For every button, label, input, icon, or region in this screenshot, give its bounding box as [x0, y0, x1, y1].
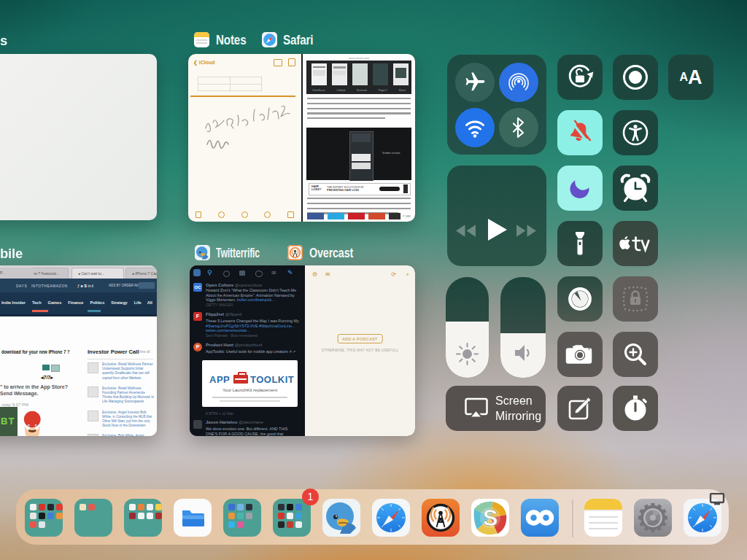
svg-text:S: S [483, 505, 498, 531]
